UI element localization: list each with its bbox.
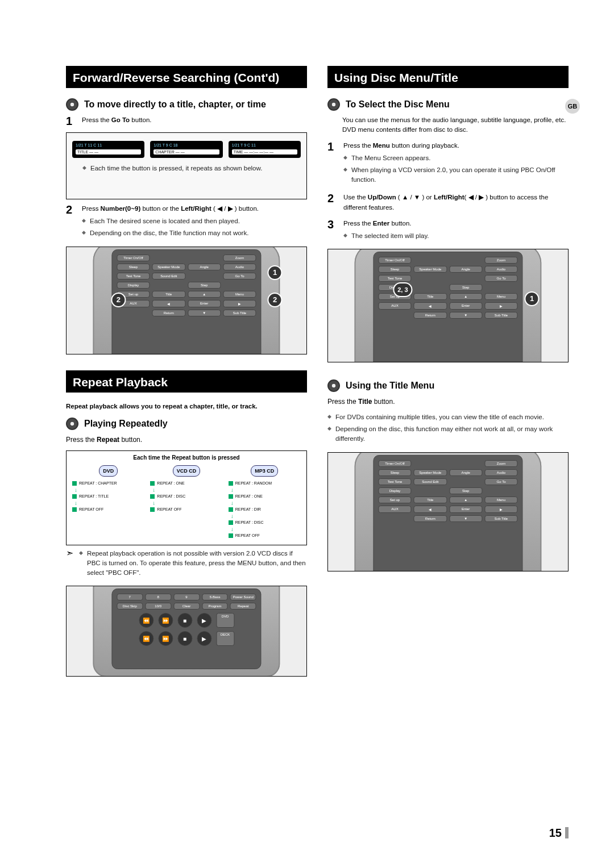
down-arrow-icon: ↓ <box>150 500 222 506</box>
remote-side-label: DVD <box>216 613 234 628</box>
remote-button: Set up <box>378 496 411 503</box>
remote-button: Display <box>117 282 150 289</box>
step-text: ( ◀ / ▶ ) button. <box>211 205 259 212</box>
remote-button: Sub Title <box>223 310 256 316</box>
remote-side-label: DECK <box>216 631 234 646</box>
heading-using-title-menu: Using the Title Menu <box>327 379 569 392</box>
figure-goto-panels: 1/21 T 11 C 11 TITLE — — 1/21 T 9 C 18 C… <box>66 132 307 199</box>
repeat-column: VCD CDREPEAT : ONE↓REPEAT : DISC↓REPEAT … <box>150 465 222 539</box>
heading-text: To move directly to a title, chapter, or… <box>84 99 266 110</box>
remote-button: Angle <box>188 264 221 270</box>
figure-remote-2-right: Timer On/OffZoomSleepSpeaker ModeAngleAu… <box>327 452 569 571</box>
down-arrow-icon: ↓ <box>72 500 144 506</box>
step-1-menu: 1 Press the Menu button during playback.… <box>327 141 569 187</box>
step-bold: Enter <box>373 220 389 227</box>
repeat-footnote: ➣ Repeat playback operation is not possi… <box>66 549 307 581</box>
down-arrow-icon: ↓ <box>229 487 301 493</box>
repeat-state: REPEAT : CHAPTER <box>72 481 144 486</box>
callout-1: 1 <box>526 293 538 305</box>
remote-button: Go To <box>484 275 517 282</box>
footnote-text: Repeat playback operation is not possibl… <box>79 549 307 578</box>
callout-2a: 2 <box>112 294 125 306</box>
remote-button: 10/0 <box>145 603 171 610</box>
remote-button: Repeat <box>230 603 256 610</box>
remote-button: Timer On/Off <box>117 254 150 261</box>
step-bold: Menu <box>373 142 390 149</box>
panel-bottom: TITLE — — <box>76 149 141 155</box>
press-text: button. <box>119 436 142 444</box>
remote-button: Enter <box>188 300 221 307</box>
disc-icon <box>327 98 340 111</box>
transport-button: ⏪ <box>139 631 154 646</box>
remote-button: Title <box>152 291 185 298</box>
remote-button: Enter <box>449 506 482 513</box>
remote-button: Step <box>449 284 482 291</box>
remote-button: Sub Title <box>484 515 517 522</box>
press-text: Press the <box>327 398 358 406</box>
remote-button: ▶ <box>484 302 517 310</box>
remote-button: Audio <box>484 469 517 476</box>
panel-bottom: TIME — —:— —:— — <box>232 149 297 155</box>
repeat-state: REPEAT OFF <box>72 507 144 512</box>
step-2-updown: 2 Use the Up/Down ( ▲ / ▼ ) or Left/Righ… <box>327 193 569 213</box>
heading-text: To Select the Disc Menu <box>346 99 450 110</box>
remote-button: Test Tone <box>117 273 150 279</box>
step-note: When playing a VCD version 2.0, you can … <box>343 165 569 185</box>
remote-button: ▼ <box>449 515 482 522</box>
remote-button: ▶ <box>223 300 256 307</box>
remote-button: ▼ <box>449 312 482 319</box>
step-bold: Number(0~9) <box>101 205 141 212</box>
remote-button: ▼ <box>188 310 221 316</box>
remote-button: Angle <box>449 266 482 273</box>
step-note: Depending on the disc, the Title functio… <box>82 228 307 238</box>
remote-button: Timer On/Off <box>378 257 411 264</box>
figure-remote-1-right: Timer On/OffZoomSleepSpeaker ModeAngleAu… <box>327 249 569 362</box>
remote-button: Disc Skip <box>117 603 143 610</box>
goto-panel-time: 1/21 T 9 C 11 TIME — —:— —:— — <box>229 141 301 158</box>
step-text: Use the <box>343 194 368 201</box>
step-text: button or the <box>140 205 181 212</box>
remote-button: Menu <box>223 291 256 298</box>
remote-button: Zoom <box>484 460 517 467</box>
down-arrow-icon: ↓ <box>72 487 144 493</box>
remote-button: Power Sound <box>230 594 256 600</box>
note-arrow-icon: ➣ <box>66 549 73 581</box>
transport-button: ⏩ <box>158 613 173 628</box>
remote-button: Display <box>378 487 411 494</box>
right-column: Using Disc Menu/Title To Select the Disc… <box>327 66 569 677</box>
press-text: button. <box>372 398 395 406</box>
goto-panel-chapter: 1/21 T 9 C 18 CHAPTER — — <box>150 141 222 158</box>
remote-button: ▲ <box>188 291 221 298</box>
remote-button: Audio <box>223 264 256 270</box>
remote-button: Timer On/Off <box>378 460 411 467</box>
step-number: 3 <box>327 219 337 243</box>
remote-button: Sound Edit <box>414 478 447 485</box>
remote-button: Go To <box>223 273 256 279</box>
region-badge: GB <box>565 99 580 114</box>
remote-button: Title <box>414 496 447 503</box>
goto-note: Each time the button is pressed, it repe… <box>82 164 301 173</box>
step-text: button. <box>130 116 151 123</box>
remote-button: Go To <box>484 478 517 485</box>
manual-page: GB Forward/Reverse Searching (Cont'd) To… <box>0 0 614 868</box>
remote-button: Test Tone <box>378 275 411 282</box>
step-1-goto: 1 Press the Go To button. <box>66 115 307 127</box>
section-band-repeat: Repeat Playback <box>66 370 307 393</box>
remote-button: Angle <box>449 469 482 476</box>
transport-button: ⏩ <box>158 631 173 646</box>
repeat-state: REPEAT : RANDOM <box>229 481 301 486</box>
remote-button: 9 <box>173 594 200 600</box>
goto-panel-title: 1/21 T 11 C 11 TITLE — — <box>72 141 144 158</box>
step-number: 2 <box>327 193 337 213</box>
remote-button: Sub Title <box>484 312 517 319</box>
remote-button: Return <box>414 515 447 522</box>
remote-button: Test Tone <box>378 478 411 485</box>
remote-button: Menu <box>484 496 517 503</box>
step-text: ( ▲ / ▼ ) or <box>396 194 434 201</box>
disc-icon <box>66 418 78 430</box>
step-text: button. <box>389 220 411 227</box>
disc-icon <box>66 98 78 111</box>
transport-button: ■ <box>177 613 192 628</box>
panel-top: 1/21 T 11 C 11 <box>76 143 141 147</box>
remote-button: Return <box>414 312 447 319</box>
